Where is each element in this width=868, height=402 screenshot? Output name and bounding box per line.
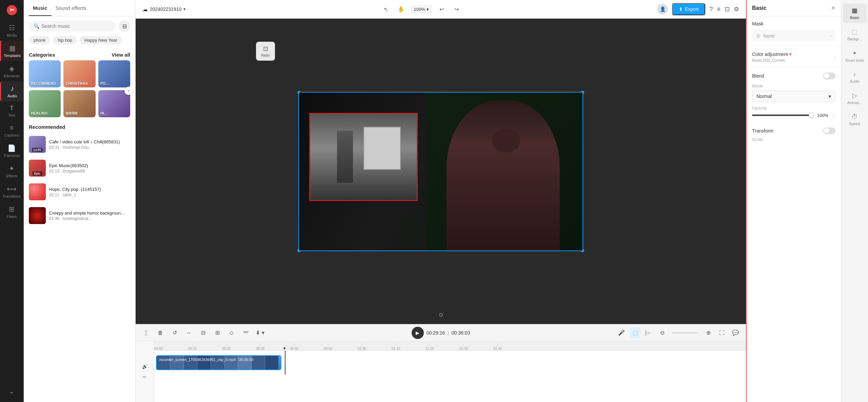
fr-tab-background[interactable]: ⬚ Backgr... [843, 25, 867, 44]
export-icon: ⬆ [679, 6, 683, 12]
comments-tl[interactable]: 💬 [730, 327, 741, 338]
opacity-slider[interactable] [752, 115, 811, 116]
export-button[interactable]: ⬆ Export [672, 3, 705, 15]
volume-icon[interactable]: 🔊 [142, 364, 148, 369]
filter-button[interactable]: ⊟ [119, 20, 130, 32]
layout-icon[interactable]: ⊡ [725, 5, 730, 13]
mode-label: Mode [752, 83, 835, 88]
video-clip[interactable]: recorder_screen_1705482836951_clip_0.mp4… [156, 355, 281, 370]
zoom-control[interactable]: 100% ▾ [411, 5, 432, 14]
fullscreen-tl[interactable]: ⛶ [716, 327, 727, 338]
caption-tl-tool[interactable]: ⬚ [630, 327, 640, 338]
mic-tool[interactable]: 🎤 [616, 327, 627, 338]
track-name-2: Hope. City pop. (1145157) [49, 187, 130, 192]
category-hitem[interactable]: HI... [98, 90, 130, 117]
fr-tab-smart-tools[interactable]: ✦ Smart tools [843, 46, 867, 66]
mirror-tool[interactable]: ⊟ [198, 327, 209, 338]
mask-section: Mask ⊘ None › [747, 16, 841, 47]
play-button[interactable]: ▶ [412, 327, 424, 339]
tab-sound-effects[interactable]: Sound effects [52, 0, 91, 16]
project-name[interactable]: ☁ 202402231910 ▾ [142, 6, 185, 13]
mask-icon: ⊘ [756, 33, 761, 39]
current-time: 00:29:16 [427, 330, 445, 336]
dropdown-icon: ▾ [183, 7, 185, 12]
help-icon[interactable]: ? [709, 6, 713, 13]
ratio-button[interactable]: ⊡ Ratio [256, 42, 275, 61]
tag-happynewyear[interactable]: Happy New Year [80, 36, 122, 44]
menu-icon[interactable]: ≡ [717, 6, 721, 13]
track-info-1: Epic Music(863502) 02:13 · Draganov89 [49, 163, 130, 174]
crop-tl-tool[interactable]: ↔ [183, 327, 194, 338]
fr-tab-animate[interactable]: ▷ Animat... [843, 88, 867, 108]
sidebar-item-transcript[interactable]: 📄 Transcript [0, 141, 23, 161]
transform-toggle[interactable] [823, 127, 835, 134]
right-panel-close[interactable]: ✕ [831, 5, 835, 11]
sidebar-item-captions[interactable]: ≡ Captions [0, 121, 23, 141]
sidebar-item-effects[interactable]: ✦ Effects [0, 161, 23, 181]
fr-tab-speed[interactable]: ⏱ Speed [843, 110, 867, 129]
sidebar-item-filters[interactable]: ⊞ Filters [0, 202, 23, 222]
fr-tab-basic[interactable]: ▦ Basic [843, 3, 867, 23]
edit-icon[interactable]: ✏ [143, 374, 147, 380]
sidebar-item-templates[interactable]: ▦ Templates [0, 41, 23, 61]
project-name-text: 202402231910 [150, 6, 181, 12]
cut-point-tool[interactable]: ⌤ [240, 327, 251, 338]
category-pop[interactable]: PO... [98, 60, 130, 87]
frame-tool[interactable]: ⊞ [212, 327, 223, 338]
track-item-2[interactable]: Hope. City pop. (1145157) 02:11 · table_… [24, 180, 135, 204]
sidebar-item-media[interactable]: ☷ Media [0, 20, 23, 41]
sidebar-item-more[interactable]: ⌄ [0, 384, 23, 399]
fr-tab-audio[interactable]: ♪ Audio [843, 67, 867, 87]
mode-select[interactable]: Normal ▾ [752, 91, 835, 102]
track-item-1[interactable]: Epic Epic Music(863502) 02:13 · Draganov… [24, 156, 135, 180]
search-box[interactable]: 🔍 [29, 21, 116, 32]
sidebar-item-elements[interactable]: ◈ Elements [0, 61, 23, 81]
category-recommend[interactable]: RECOMMEND [29, 60, 61, 87]
slider-thumb[interactable] [809, 113, 814, 118]
tag-hiphop[interactable]: hip hop [53, 36, 77, 44]
split-tl-tool[interactable]: |← [643, 327, 654, 338]
ripple-tool[interactable]: ↺ [169, 327, 180, 338]
user-avatar[interactable]: 👤 [657, 4, 668, 15]
transform-row: Transform [752, 127, 835, 134]
total-time: 00:36:03 [452, 330, 470, 336]
playhead[interactable] [285, 351, 285, 375]
sidebar-item-text[interactable]: T Text [0, 101, 23, 121]
category-healing[interactable]: HEALING [29, 90, 61, 117]
export-tl-tool[interactable]: ⬇ ▾ [255, 327, 265, 338]
track-item-0[interactable]: Lo-Fi Cafe / video cute lofi ♪ Chill(885… [24, 133, 135, 156]
mask-row[interactable]: ⊘ None › [752, 30, 835, 42]
fr-speed-icon: ⏱ [852, 113, 858, 120]
blend-toggle[interactable] [823, 73, 835, 79]
elements-icon: ◈ [9, 64, 14, 73]
keyframe-diamond-icon[interactable]: ◇ [832, 113, 835, 118]
category-warm[interactable]: WARM [63, 90, 95, 117]
sidebar-item-audio[interactable]: ♪ Audio [0, 81, 23, 101]
text-icon: T [10, 105, 14, 112]
undo-button[interactable]: ↩ [436, 4, 447, 15]
app-logo[interactable]: ✂ [5, 3, 19, 17]
playhead-bottom-indicator[interactable]: ⊙ [439, 311, 443, 318]
track-meta-3: 01:46 · howlingindicat... [49, 216, 130, 221]
redo-button[interactable]: ↪ [451, 4, 462, 15]
delete-tool[interactable]: 🗑 [155, 327, 166, 338]
tab-music[interactable]: Music [29, 0, 52, 16]
zoom-out-tl[interactable]: ⊖ [657, 327, 668, 338]
settings-icon[interactable]: ⚙ [734, 5, 739, 13]
category-christmas[interactable]: CHRISTMAS [63, 60, 95, 87]
keyframe-tool[interactable]: ◇ [226, 327, 237, 338]
pointer-tool[interactable]: ↖ [381, 4, 392, 15]
categories-next-button[interactable]: › [124, 87, 133, 95]
sidebar-item-transitions[interactable]: ⟷ Transitions [0, 181, 23, 202]
search-input[interactable] [41, 23, 111, 29]
split-tool[interactable]: ⌶ [141, 327, 152, 338]
zoom-in-tl[interactable]: ⊕ [703, 327, 714, 338]
top-bar: ☁ 202402231910 ▾ ↖ ✋ 100% ▾ ↩ ↪ 👤 [136, 0, 746, 19]
color-adj-row[interactable]: Color adjustment Basic,HSL,Curves › [752, 52, 835, 63]
track-item-3[interactable]: Creepy and simple horror backgroun... 01… [24, 204, 135, 227]
ruler-mark-20: 00:20 [222, 343, 231, 350]
view-all-button[interactable]: View all [112, 52, 130, 58]
hand-tool[interactable]: ✋ [396, 4, 407, 15]
zoom-slider[interactable] [672, 332, 699, 334]
tag-phonk[interactable]: phonk [29, 36, 50, 44]
